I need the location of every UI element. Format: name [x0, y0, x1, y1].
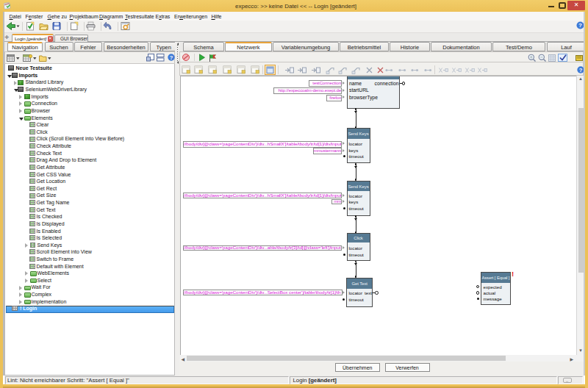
- svg-text:?: ?: [578, 22, 582, 29]
- svg-text:?: ?: [579, 66, 583, 73]
- svg-text:?: ?: [169, 54, 173, 60]
